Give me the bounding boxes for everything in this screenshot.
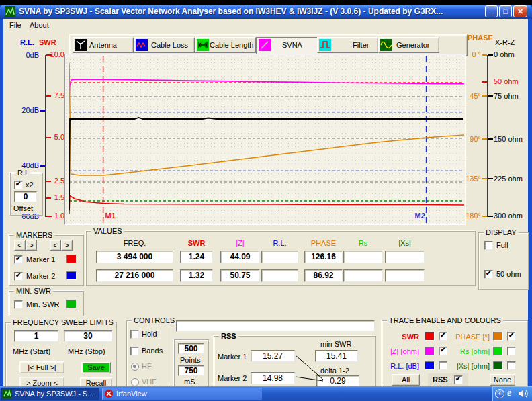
rss-marker2-value[interactable]: 14.98 (251, 372, 295, 384)
toolbar-button-generator[interactable]: Generator (378, 37, 439, 53)
taskbar-task-irfanview[interactable]: IrfanView (102, 388, 262, 400)
rss-marker2-label: Marker 2 (218, 374, 247, 382)
values-header-xs: |Xs| (385, 239, 425, 247)
marker1-step-fwd-button[interactable]: > (26, 240, 37, 251)
hf-radio[interactable] (131, 363, 139, 371)
trace-swr-swatch[interactable] (425, 332, 435, 341)
trace-phase-swatch[interactable] (493, 332, 503, 341)
tray-volume-icon[interactable] (518, 389, 529, 398)
m1-swr-value[interactable]: 1.24 (180, 251, 213, 263)
vhf-radio[interactable] (131, 378, 139, 386)
rss-delta-label: delta 1-2 (320, 367, 349, 375)
menu-file[interactable]: File (5, 19, 26, 30)
full-span-button[interactable]: |< Full >| (19, 361, 64, 373)
menu-about[interactable]: About (26, 19, 53, 30)
start-freq-input[interactable]: 1 (14, 330, 58, 342)
m1-phase-value[interactable]: 126.16 (304, 251, 343, 263)
swr-axis-title: SWR (39, 38, 56, 46)
min-swr-checkbox[interactable] (14, 300, 23, 309)
display-caption: DISPLAY (484, 228, 519, 236)
toolbar-button-label: Generator (396, 41, 430, 49)
min-swr-label: Min. SWR (26, 300, 60, 308)
maximize-button[interactable]: □ (499, 5, 512, 17)
rss-caption: RSS (219, 332, 238, 340)
bands-label: Bands (142, 347, 163, 355)
m1-freq-value[interactable]: 3 494 000 (96, 251, 173, 263)
m1-rl-value[interactable] (261, 251, 298, 263)
plot-area[interactable]: M1 M2 (64, 54, 466, 225)
rl-x2-checkbox[interactable] (14, 181, 23, 189)
hf-label: HF (142, 362, 152, 370)
marker1-color-swatch[interactable] (66, 255, 77, 263)
trace-phase-checkbox[interactable] (507, 332, 516, 341)
marker2-color-swatch[interactable] (66, 271, 77, 280)
trace-rs-checkbox[interactable] (507, 347, 516, 355)
minimize-button[interactable]: _ (485, 5, 498, 17)
m1-rs-value[interactable] (343, 251, 383, 263)
m2-z-value[interactable]: 50.75 (220, 269, 260, 282)
trace-rs-swatch[interactable] (493, 347, 503, 355)
marker2-checkbox[interactable] (14, 272, 23, 281)
m2-xs-value[interactable] (385, 269, 425, 282)
hold-checkbox[interactable] (130, 330, 139, 339)
points-input[interactable]: 500 (178, 343, 204, 354)
trace-swr-checkbox[interactable] (439, 332, 447, 341)
m2-rs-value[interactable] (343, 269, 383, 282)
display-full-checkbox[interactable] (484, 241, 493, 250)
m2-swr-value[interactable]: 1.32 (180, 269, 213, 282)
trace-none-button[interactable]: None (490, 374, 515, 386)
rss-marker1-value[interactable]: 15.27 (251, 350, 295, 362)
controls-caption: CONTROLS (132, 316, 177, 324)
m2-phase-value[interactable]: 86.92 (304, 269, 343, 282)
trace-rss-checkbox[interactable] (454, 375, 463, 384)
stop-freq-input[interactable]: 30 (64, 330, 112, 342)
toolbar-button-label: Cable Length (210, 41, 253, 49)
marker1-checkbox[interactable] (14, 255, 23, 264)
markers-caption: MARKERS (14, 231, 54, 239)
trace-all-button[interactable]: All (392, 374, 420, 386)
titlebar[interactable]: SVNA by SP3SWJ - Scalar Vector Network A… (0, 5, 532, 19)
trace-rl-checkbox[interactable] (439, 361, 447, 370)
rl-offset-label: Offset (13, 204, 33, 212)
cable-length-icon (197, 39, 209, 51)
rss-connector-lines (295, 353, 324, 385)
m1-z-value[interactable]: 44.09 (220, 251, 260, 263)
tray-chevron-icon[interactable]: ‹ (495, 389, 504, 398)
marker-label-m2[interactable]: M2 (415, 212, 425, 220)
marker1-step-back-button[interactable]: < (14, 240, 26, 251)
m2-rl-value[interactable] (261, 269, 298, 282)
taskbar: SVNA by SP3SWJ - S... IrfanView ‹ e (0, 386, 532, 401)
toolbar-button-cable-loss[interactable]: Cable Loss (134, 37, 195, 53)
toolbar-button-svna[interactable]: SVNA (256, 37, 318, 54)
trace-phase-label: PHASE [°] (452, 332, 490, 341)
trace-z-checkbox[interactable] (439, 347, 447, 355)
rl-tick: 20dB (13, 106, 39, 114)
rl-offset-input[interactable]: 0 (14, 191, 37, 202)
tray-ie-icon[interactable]: e (507, 388, 511, 398)
display-50ohm-checkbox[interactable] (484, 270, 493, 279)
stop-freq-label: MHz (Stop) (68, 347, 105, 355)
close-button[interactable]: ✕ (513, 5, 527, 17)
taskbar-task-svna[interactable]: SVNA by SP3SWJ - S... (1, 388, 99, 400)
trace-xs-checkbox[interactable] (507, 361, 516, 370)
m1-xs-value[interactable] (385, 251, 425, 263)
ms-input[interactable]: 750 (178, 365, 204, 376)
marker2-step-back-button[interactable]: < (50, 240, 61, 251)
m2-freq-value[interactable]: 27 216 000 (96, 269, 173, 282)
marker-label-m1[interactable]: M1 (105, 212, 116, 220)
points-speed-panel: 500 Points 750 mS (174, 339, 209, 388)
save-button[interactable]: Save (81, 362, 111, 373)
screen: SVNA by SP3SWJ - Scalar Vector Network A… (0, 0, 532, 401)
toolbar-button-cable-length[interactable]: Cable Length (195, 37, 256, 53)
bands-checkbox[interactable] (130, 347, 139, 355)
min-swr-color-swatch[interactable] (66, 300, 77, 308)
trace-z-swatch[interactable] (425, 347, 435, 355)
toolbar-button-filter[interactable]: Filter (317, 37, 378, 53)
trace-xs-swatch[interactable] (493, 361, 503, 370)
marker1-label: Marker 1 (26, 255, 55, 263)
values-group: VALUES FREQ. SWR |Z| R.L. PHASE Rs |Xs| … (86, 231, 476, 286)
trace-rl-swatch[interactable] (425, 361, 435, 370)
message-input[interactable] (176, 320, 375, 332)
toolbar-button-antenna[interactable]: Antenna (73, 37, 134, 53)
marker2-step-fwd-button[interactable]: > (61, 240, 73, 251)
